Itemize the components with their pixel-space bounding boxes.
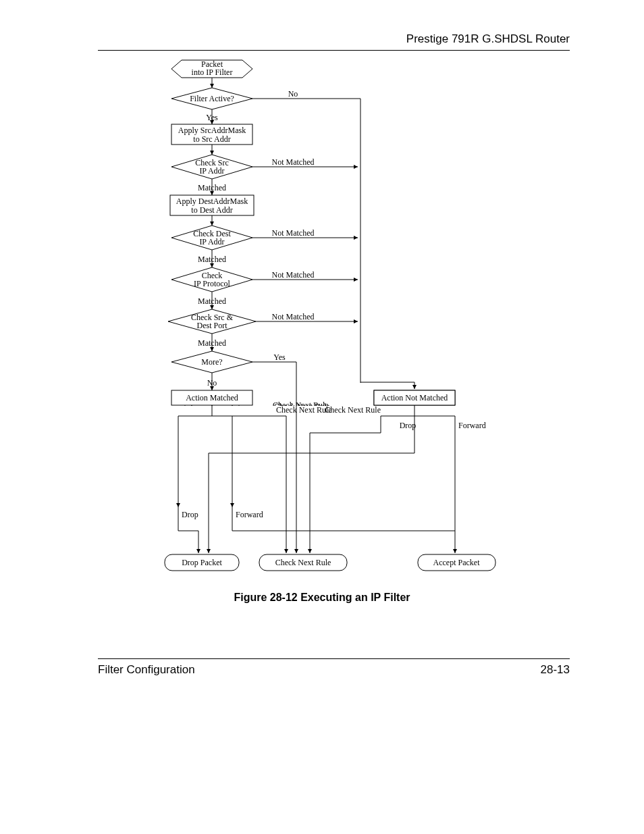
- terminal-accept-packet: Accept Packet: [418, 554, 495, 571]
- flowchart: Packet into IP Filter Filter Active? No …: [158, 58, 509, 581]
- svg-text:Check Next Rule: Check Next Rule: [275, 558, 331, 567]
- d3-text-2: IP Addr: [199, 237, 224, 246]
- terminal-drop-packet: Drop Packet: [165, 554, 239, 571]
- d2-down-label: Matched: [198, 183, 226, 192]
- decision-ip-protocol: Check IP Protocol: [171, 267, 252, 292]
- process-dest-mask: Apply DestAddrMask to Dest Addr: [170, 195, 254, 215]
- footer-left: Filter Configuration: [98, 663, 195, 677]
- start-node: Packet into IP Filter: [171, 59, 252, 78]
- d3-down-label: Matched: [198, 255, 226, 264]
- svg-text:Accept Packet: Accept Packet: [433, 558, 481, 567]
- anm-cnr-final: Check Next Rule: [325, 405, 381, 415]
- page-header: Prestige 791R G.SHDSL Router: [98, 32, 570, 51]
- d3-right-label: Not Matched: [272, 228, 315, 238]
- footer-rule: [98, 658, 570, 659]
- d2-text-2: IP Addr: [199, 166, 224, 176]
- d1-no-label: No: [288, 89, 298, 99]
- anm-fwd-final: Forward: [458, 421, 486, 430]
- start-text-2: into IP Filter: [192, 68, 233, 77]
- svg-rect-48: [158, 406, 509, 578]
- decision-dest-ip: Check Dest IP Addr: [171, 226, 252, 250]
- flowchart-svg: Packet into IP Filter Filter Active? No …: [158, 58, 509, 578]
- header-rule: [98, 50, 570, 51]
- p1-text-2: to Src Addr: [193, 134, 230, 144]
- process-src-mask: Apply SrcAddrMask to Src Addr: [171, 124, 252, 145]
- d6-yes-label: Yes: [273, 353, 286, 362]
- svg-text:Action Not Matched: Action Not Matched: [381, 393, 448, 402]
- header-title: Prestige 791R G.SHDSL Router: [98, 32, 570, 46]
- decision-more: More?: [171, 351, 252, 373]
- terminal-check-next-rule: Check Next Rule: [259, 554, 347, 571]
- action-not-matched-box-2: Action Not Matched: [374, 390, 455, 405]
- figure-caption: Figure 28-12 Executing an IP Filter: [0, 592, 644, 604]
- d5-down-label: Matched: [198, 338, 226, 348]
- d4-text-2: IP Protocol: [194, 279, 231, 288]
- am-fwd-f: Forward: [236, 510, 263, 519]
- d4-down-label: Matched: [198, 296, 226, 306]
- p2-text-1: Apply DestAddrMask: [176, 197, 248, 206]
- decision-ports: Check Src & Dest Port: [168, 309, 256, 334]
- am-drop-f: Drop: [182, 510, 198, 519]
- d4-right-label: Not Matched: [272, 270, 315, 280]
- d6-text: More?: [201, 357, 222, 367]
- p2-text-2: to Dest Addr: [191, 205, 232, 215]
- anm-drop-final: Drop: [400, 421, 417, 430]
- d1-yes-label: Yes: [206, 113, 218, 122]
- footer-right: 28-13: [541, 663, 570, 677]
- d5-right-label: Not Matched: [272, 312, 315, 321]
- action-matched-box: Action Matched: [171, 390, 252, 405]
- d6-no-label: No: [207, 378, 217, 388]
- decision-filter-active: Filter Active?: [171, 88, 252, 109]
- am-cnr-final: Check Next Rule: [276, 405, 332, 415]
- p1-text-1: Apply SrcAddrMask: [178, 126, 246, 135]
- am-text: Action Matched: [186, 393, 238, 402]
- d5-text-2: Dest Port: [197, 321, 228, 330]
- d1-text: Filter Active?: [190, 94, 234, 103]
- svg-text:Drop Packet: Drop Packet: [182, 558, 222, 567]
- page-footer: Filter Configuration 28-13: [98, 658, 570, 677]
- d2-right-label: Not Matched: [272, 157, 315, 167]
- document-page: Prestige 791R G.SHDSL Router Packet into…: [0, 0, 644, 834]
- decision-src-ip: Check Src IP Addr: [171, 155, 252, 179]
